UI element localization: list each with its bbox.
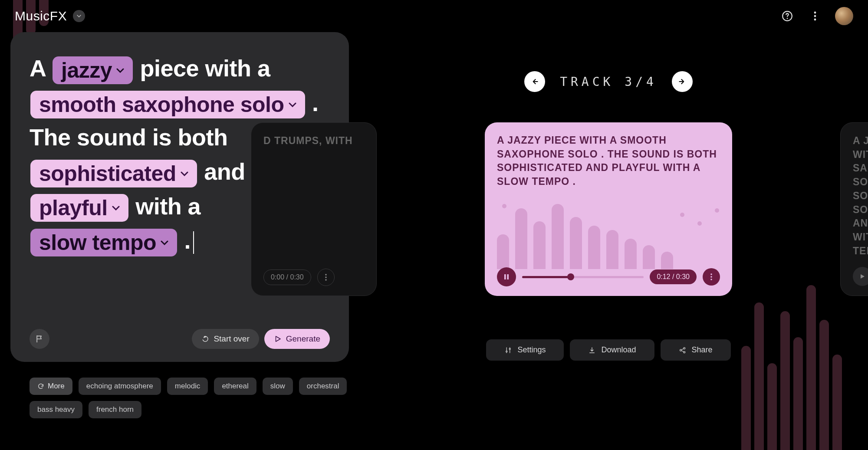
generate-icon <box>274 335 282 343</box>
download-icon <box>588 346 596 354</box>
flag-icon <box>35 335 44 343</box>
suggestion-tag[interactable]: orchestral <box>299 378 347 395</box>
prompt-chip-label: smooth saxophone solo <box>39 92 284 118</box>
track-time: 0:12 / 0:30 <box>650 269 697 284</box>
track-description: D TRUMPS, WITH <box>263 134 364 148</box>
svg-rect-9 <box>507 274 509 279</box>
svg-point-6 <box>325 276 327 278</box>
chevron-down-icon <box>112 205 120 210</box>
share-button[interactable]: Share <box>661 339 731 361</box>
refresh-icon <box>37 383 44 390</box>
help-icon <box>782 10 793 22</box>
pause-icon <box>503 273 510 280</box>
prompt-chip-label: jazzy <box>61 57 112 83</box>
track-counter: TRACK 3/4 <box>560 75 657 89</box>
svg-point-7 <box>325 279 327 281</box>
app-switcher-dropdown[interactable] <box>73 10 85 22</box>
track-card-prev[interactable]: D TRUMPS, WITH 0:00 / 0:30 <box>251 122 377 296</box>
play-icon <box>859 273 865 279</box>
download-button[interactable]: Download <box>570 339 654 361</box>
chevron-down-icon <box>161 240 168 245</box>
track-description: A JAZZY PIECE WITH A SMOOTH SAXOPHONE SO… <box>853 134 868 258</box>
suggestion-tag[interactable]: slow <box>263 378 293 395</box>
prompt-text-fragment: and <box>198 158 252 184</box>
settings-button[interactable]: Settings <box>486 339 564 361</box>
next-track-button[interactable] <box>672 71 693 92</box>
prompt-chip[interactable]: slow tempo <box>30 229 177 256</box>
svg-point-10 <box>710 273 712 275</box>
track-card-next[interactable]: A JAZZY PIECE WITH A SMOOTH SAXOPHONE SO… <box>840 122 868 296</box>
waveform-visual <box>485 200 732 269</box>
prompt-chip-label: slow tempo <box>39 230 156 256</box>
more-tags-label: More <box>48 382 65 391</box>
progress-bar[interactable] <box>522 276 644 278</box>
prompt-chip-label: playful <box>39 195 108 221</box>
share-icon <box>679 346 687 354</box>
track-card-active: A JAZZY PIECE WITH A SMOOTH SAXOPHONE SO… <box>485 122 732 296</box>
play-button[interactable] <box>853 267 868 286</box>
suggestion-tag[interactable]: melodic <box>167 378 208 395</box>
suggestion-tag[interactable]: french horn <box>89 401 141 418</box>
track-description: A JAZZY PIECE WITH A SMOOTH SAXOPHONE SO… <box>497 134 720 189</box>
overflow-menu-button[interactable] <box>807 8 823 24</box>
more-vertical-icon <box>814 11 816 21</box>
svg-point-2 <box>814 12 816 14</box>
track-navigation: TRACK 3/4 <box>359 71 858 92</box>
arrow-left-icon <box>530 77 539 86</box>
user-avatar[interactable] <box>835 7 853 25</box>
track-time: 0:00 / 0:30 <box>263 269 311 285</box>
svg-point-4 <box>814 19 816 21</box>
prompt-text-fragment: piece with a <box>134 55 276 81</box>
svg-point-5 <box>325 274 327 276</box>
prompt-text-fragment: . <box>178 227 191 253</box>
arrow-right-icon <box>678 77 687 86</box>
prompt-chip[interactable]: playful <box>30 194 128 222</box>
app-header: MusicFX <box>0 0 868 32</box>
suggestion-tag[interactable]: bass heavy <box>30 401 82 418</box>
pause-button[interactable] <box>497 267 516 286</box>
help-button[interactable] <box>779 8 795 24</box>
chevron-down-icon <box>181 171 188 176</box>
more-vertical-icon <box>710 273 712 280</box>
track-menu-button[interactable] <box>703 268 720 286</box>
prompt-chip[interactable]: jazzy <box>53 56 133 84</box>
svg-point-1 <box>787 18 788 19</box>
generate-button[interactable]: Generate <box>264 329 330 349</box>
generate-label: Generate <box>286 334 320 344</box>
chevron-down-icon <box>77 15 81 17</box>
more-tags-button[interactable]: More <box>30 378 72 395</box>
svg-point-3 <box>814 15 816 17</box>
flag-button[interactable] <box>30 329 49 349</box>
track-carousel: D TRUMPS, WITH 0:00 / 0:30 A JAZZY PIECE… <box>359 122 858 296</box>
prev-track-button[interactable] <box>524 71 545 92</box>
start-over-button[interactable]: Start over <box>192 329 259 349</box>
app-title: MusicFX <box>15 9 67 23</box>
chevron-down-icon <box>289 102 296 107</box>
svg-rect-8 <box>504 274 506 279</box>
chevron-down-icon <box>116 68 124 73</box>
text-cursor <box>193 231 194 254</box>
prompt-text-fragment: A <box>30 55 52 81</box>
track-actions: Settings Download Share <box>359 339 858 361</box>
more-vertical-icon <box>325 274 327 281</box>
download-label: Download <box>601 345 636 355</box>
share-label: Share <box>692 345 713 355</box>
prompt-chip[interactable]: smooth saxophone solo <box>30 91 305 118</box>
suggestion-tag[interactable]: ethereal <box>214 378 256 395</box>
start-over-label: Start over <box>214 334 249 344</box>
settings-label: Settings <box>517 345 546 355</box>
suggestion-tags: Moreechoing atmospheremelodicetherealslo… <box>10 378 349 418</box>
prompt-chip[interactable]: sophisticated <box>30 160 197 187</box>
svg-point-11 <box>710 276 712 278</box>
prompt-text-fragment: with a <box>129 193 207 219</box>
refresh-icon <box>201 335 209 343</box>
svg-point-12 <box>710 279 712 280</box>
prompt-chip-label: sophisticated <box>39 161 176 187</box>
track-menu-button[interactable] <box>317 269 335 286</box>
suggestion-tag[interactable]: echoing atmosphere <box>79 378 161 395</box>
sliders-icon <box>504 346 512 354</box>
